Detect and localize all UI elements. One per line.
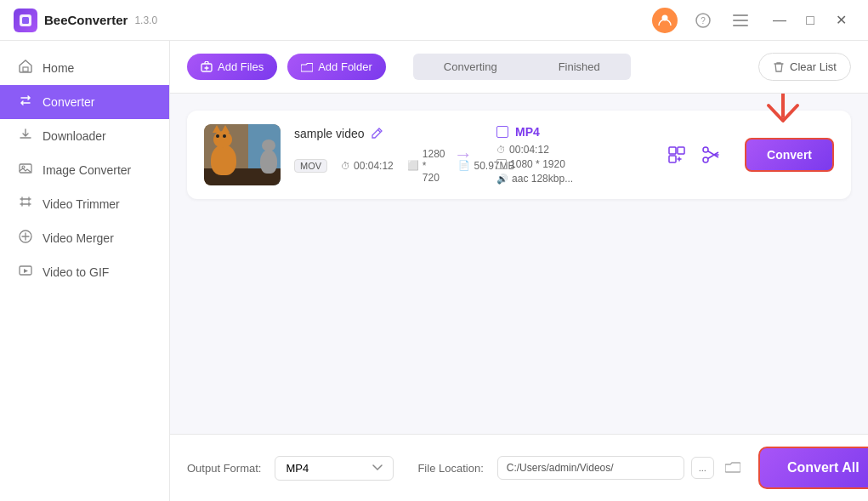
titlebar-icons: ? — □ ✕: [652, 8, 854, 33]
location-row: ...: [497, 456, 745, 480]
svg-rect-1: [22, 17, 29, 24]
clock-icon: ⏱: [341, 161, 350, 171]
format-checkbox: [496, 126, 508, 138]
source-resolution: ⬜ 1280 * 720: [407, 148, 445, 184]
add-files-label: Add Files: [218, 60, 264, 73]
sidebar-item-video-trimmer[interactable]: Video Trimmer: [0, 187, 169, 221]
content-area: Add Files Add Folder Converting Finished: [170, 41, 868, 501]
minimize-button[interactable]: —: [766, 9, 793, 32]
arrow-right-icon: →: [454, 144, 473, 166]
duration-value: 00:04:12: [354, 160, 394, 172]
convert-arrow: →: [444, 144, 483, 166]
folder-open-button[interactable]: [721, 456, 745, 480]
sidebar-item-image-converter[interactable]: Image Converter: [0, 153, 169, 187]
app-version: 1.3.0: [134, 14, 157, 26]
settings-action-button[interactable]: [663, 141, 690, 168]
sidebar-label-video-trimmer: Video Trimmer: [43, 197, 120, 211]
app-name: BeeConverter: [44, 13, 128, 27]
add-folder-button[interactable]: Add Folder: [287, 54, 386, 80]
output-format-value: MP4: [515, 125, 540, 139]
bottom-bar: Output Format: MP4 File Location: ...: [170, 434, 868, 501]
format-select-value: MP4: [286, 462, 309, 475]
svg-point-18: [703, 157, 708, 162]
svg-rect-8: [23, 67, 28, 71]
resolution-value: 1280 * 720: [423, 148, 445, 184]
toolbar: Add Files Add Folder Converting Finished: [170, 41, 868, 94]
trim-action-button[interactable]: [697, 141, 724, 168]
thumbnail-image: [204, 124, 281, 185]
output-resolution-value: 1080 * 1920: [510, 158, 565, 170]
tab-converting-label: Converting: [444, 60, 497, 73]
action-icons: [663, 141, 724, 168]
help-icon[interactable]: ?: [691, 9, 715, 32]
sidebar-item-home[interactable]: Home: [0, 51, 169, 85]
file-card: sample video MOV ⏱: [187, 111, 851, 199]
tab-finished-label: Finished: [559, 60, 600, 73]
file-name: sample video: [294, 127, 365, 140]
file-info: sample video MOV ⏱: [294, 127, 430, 184]
convert-button[interactable]: Convert: [745, 138, 834, 172]
clear-list-label: Clear List: [790, 60, 837, 73]
format-badge: MOV: [294, 159, 327, 173]
window-controls: — □ ✕: [766, 9, 854, 32]
titlebar: BeeConverter 1.3.0 ? — □ ✕: [0, 0, 868, 41]
output-duration-value: 00:04:12: [509, 144, 549, 156]
sidebar-label-downloader: Downloader: [43, 129, 106, 143]
convert-button-container: Convert: [745, 138, 834, 172]
output-resolution: 1080 * 1920: [496, 158, 650, 170]
edit-icon[interactable]: [372, 127, 383, 141]
add-folder-label: Add Folder: [318, 60, 372, 73]
add-files-button[interactable]: Add Files: [187, 54, 277, 80]
output-audio-icon: 🔊: [496, 174, 508, 185]
tab-finished[interactable]: Finished: [528, 54, 631, 80]
convert-all-button[interactable]: Convert All: [758, 447, 868, 489]
svg-text:?: ?: [701, 16, 706, 26]
convert-all-label: Convert All: [787, 460, 859, 475]
source-duration: ⏱ 00:04:12: [341, 148, 394, 184]
menu-icon[interactable]: [729, 9, 752, 32]
downloader-icon: [17, 128, 34, 145]
output-meta: ⏱ 00:04:12 1080 * 1920 🔊 aac 128kbp...: [496, 144, 650, 185]
dots-label: ...: [699, 463, 706, 473]
sidebar-label-video-merger: Video Merger: [43, 231, 114, 245]
location-dots-button[interactable]: ...: [691, 457, 714, 479]
sidebar-item-downloader[interactable]: Downloader: [0, 119, 169, 153]
image-converter-icon: [17, 162, 34, 179]
svg-rect-14: [669, 147, 676, 154]
converter-icon: [17, 94, 34, 111]
sidebar-item-converter[interactable]: Converter: [0, 85, 169, 119]
format-select[interactable]: MP4: [275, 456, 394, 481]
tab-converting[interactable]: Converting: [413, 54, 528, 80]
output-info: MP4 ⏱ 00:04:12 1080 * 1920 🔊: [496, 125, 650, 185]
user-avatar[interactable]: [652, 8, 678, 33]
close-button[interactable]: ✕: [827, 9, 854, 32]
video-trimmer-icon: [17, 196, 34, 213]
screen-icon: ⬜: [407, 160, 419, 171]
sidebar-item-video-merger[interactable]: Video Merger: [0, 221, 169, 255]
sidebar-label-converter: Converter: [43, 95, 94, 109]
sidebar: Home Converter Downloader: [0, 41, 170, 501]
output-format: MP4: [496, 125, 650, 139]
file-meta-source: MOV ⏱ 00:04:12 ⬜ 1280 * 720 📄 50.97MB: [294, 148, 430, 184]
source-format: MOV: [294, 148, 327, 184]
file-location-label: File Location:: [417, 462, 483, 475]
svg-point-17: [703, 147, 708, 152]
svg-rect-6: [733, 20, 748, 21]
file-area: sample video MOV ⏱: [170, 94, 868, 434]
video-to-gif-icon: [17, 264, 34, 281]
output-resolution-icon: [496, 159, 507, 169]
file-thumbnail: [204, 124, 281, 185]
titlebar-left: BeeConverter 1.3.0: [14, 9, 157, 32]
home-icon: [17, 60, 34, 77]
svg-point-10: [22, 166, 25, 168]
svg-rect-5: [733, 14, 748, 16]
clear-list-button[interactable]: Clear List: [758, 53, 851, 81]
arrow-annotation: [762, 94, 804, 134]
file-location-input[interactable]: [497, 456, 684, 480]
app-logo: [14, 9, 37, 32]
sidebar-label-image-converter: Image Converter: [43, 163, 131, 177]
output-audio-value: aac 128kbp...: [512, 173, 573, 185]
sidebar-item-video-to-gif[interactable]: Video to GIF: [0, 255, 169, 289]
output-format-label: Output Format:: [187, 462, 261, 475]
maximize-button[interactable]: □: [797, 9, 824, 32]
